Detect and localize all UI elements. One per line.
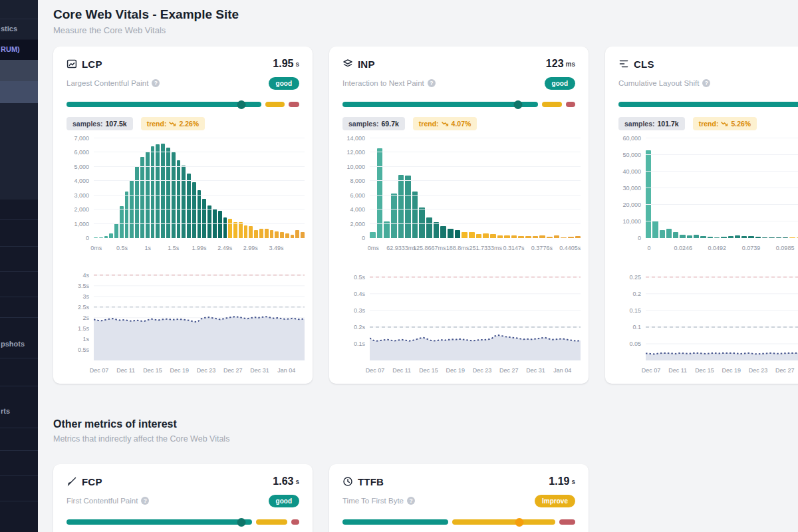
histogram-bar: [776, 237, 781, 238]
help-icon[interactable]: ?: [428, 79, 436, 87]
histogram-bar: [244, 225, 248, 238]
histogram-bar: [249, 226, 253, 238]
gauge-segment-red: [559, 519, 575, 525]
y-tick-label: 50,000: [622, 152, 641, 158]
histogram-bar: [769, 237, 774, 238]
card-subheader: Largest Contentful Paint?good: [66, 76, 299, 90]
histogram-bar: [755, 237, 761, 238]
histogram-bar: [291, 235, 295, 238]
x-tick-label: Dec 15: [419, 367, 438, 374]
gauge-dot[interactable]: [237, 518, 245, 527]
histogram-x-axis: 0ms0.5s1s1.5s1.99s2.49s2.99s3.49s: [94, 243, 305, 253]
sidebar-item-label: stics: [1, 25, 17, 33]
trend-badge: trend:2.26%: [141, 117, 205, 130]
histogram-bar: [384, 221, 390, 238]
gridline: [646, 204, 798, 205]
y-tick-label: 60,000: [622, 135, 641, 142]
histogram-bar: [483, 233, 489, 238]
histogram-plot: [370, 138, 581, 238]
x-tick-label: 0.0985: [776, 245, 795, 251]
histogram-bar: [762, 237, 767, 238]
help-icon[interactable]: ?: [407, 497, 415, 505]
metric-name: FCP: [82, 476, 102, 487]
histogram-bar: [99, 237, 103, 238]
samples-value: 69.7k: [382, 120, 399, 128]
gridline: [94, 138, 305, 138]
histogram-plot: [646, 138, 798, 238]
histogram-bar: [405, 176, 411, 238]
y-tick-label: 40,000: [622, 168, 641, 175]
histogram-bar: [398, 175, 404, 238]
trend-label: trend:: [419, 120, 439, 128]
histogram-bar: [568, 237, 574, 238]
x-tick-label: 0.0739: [742, 245, 761, 251]
status-badge: good: [269, 77, 299, 90]
sidebar-item-rum[interactable]: RUM): [0, 40, 38, 60]
y-tick-label: 2,000: [350, 221, 365, 227]
metric-unit: s: [295, 61, 299, 68]
histogram-bar: [547, 237, 553, 238]
y-tick-label: 0.4s: [354, 291, 365, 297]
trend-badge: trend:5.26%: [693, 117, 757, 130]
histogram-bar: [700, 236, 706, 238]
histogram-bar: [455, 230, 461, 238]
sidebar-subitem[interactable]: [0, 81, 38, 103]
gridline: [94, 180, 305, 181]
sidebar-item-snapshots[interactable]: pshots: [0, 336, 38, 356]
trend-value: 4.07%: [452, 120, 471, 128]
x-tick-label: 1.99s: [192, 245, 206, 251]
paintbrush-icon: [66, 476, 78, 487]
gauge-dot[interactable]: [515, 518, 524, 527]
x-tick-label: 1s: [144, 245, 151, 251]
gauge-segment-yellow: [542, 102, 563, 107]
y-tick-label: 7,000: [74, 135, 89, 142]
gridline: [646, 188, 798, 188]
sidebar-subitem[interactable]: [0, 60, 38, 81]
y-tick-label: 0.15: [629, 307, 641, 314]
histogram-bar: [280, 232, 284, 238]
samples-badge: samples:107.5k: [66, 117, 133, 130]
sidebar-item-label: RUM): [1, 45, 20, 53]
histogram-bar: [504, 235, 510, 238]
y-tick-label: 4s: [82, 272, 89, 279]
card-header: INP123ms: [342, 56, 575, 72]
samples-label: samples:: [72, 120, 103, 128]
metric-value: 1.19: [549, 475, 569, 487]
y-tick-label: 3.5s: [78, 283, 89, 289]
y-tick-label: 0.1s: [354, 340, 365, 347]
help-icon[interactable]: ?: [141, 497, 149, 505]
metric-description: Cumulative Layout Shift: [618, 79, 699, 87]
y-tick-label: 0.2: [632, 291, 641, 297]
histogram-bar: [539, 235, 545, 238]
histogram-bar: [789, 237, 795, 238]
x-tick-label: 0ms: [90, 245, 102, 251]
samples-value: 101.7k: [658, 120, 679, 128]
histogram-bar: [708, 237, 713, 238]
y-tick-label: 1.5s: [78, 325, 89, 332]
histogram-bar: [301, 232, 305, 238]
y-tick-label: 0.5s: [354, 274, 365, 281]
x-tick-label: 0: [648, 245, 651, 251]
sidebar-item-reports[interactable]: rts: [0, 403, 38, 423]
timeseries-plot: [370, 269, 581, 360]
histogram-bar: [114, 223, 118, 239]
gauge-dot[interactable]: [237, 100, 245, 109]
layout-shift-icon: [618, 59, 630, 70]
x-tick-label: Dec 07: [366, 367, 385, 374]
y-tick-label: 1,000: [74, 221, 89, 227]
threshold-gauge: [66, 517, 299, 527]
gridline: [370, 223, 581, 224]
gauge-dot[interactable]: [514, 100, 523, 109]
sidebar-item-diagnostics[interactable]: stics: [0, 19, 38, 39]
help-icon[interactable]: ?: [702, 79, 710, 87]
histogram-bar: [161, 144, 165, 239]
metric-value: 1.95: [273, 58, 293, 70]
y-tick-label: 12,000: [346, 149, 365, 156]
metric-card-cls: CLSCumulative Layout Shift?samples:101.7…: [605, 47, 798, 384]
x-tick-label: 125.8667ms: [413, 245, 446, 251]
sidebar-item-label: rts: [1, 407, 10, 415]
timeseries-y-axis: 0.1s0.2s0.3s0.4s0.5s: [342, 269, 365, 360]
trend-label: trend:: [147, 120, 167, 128]
samples-badge: samples:101.7k: [618, 117, 685, 130]
help-icon[interactable]: ?: [152, 79, 160, 87]
